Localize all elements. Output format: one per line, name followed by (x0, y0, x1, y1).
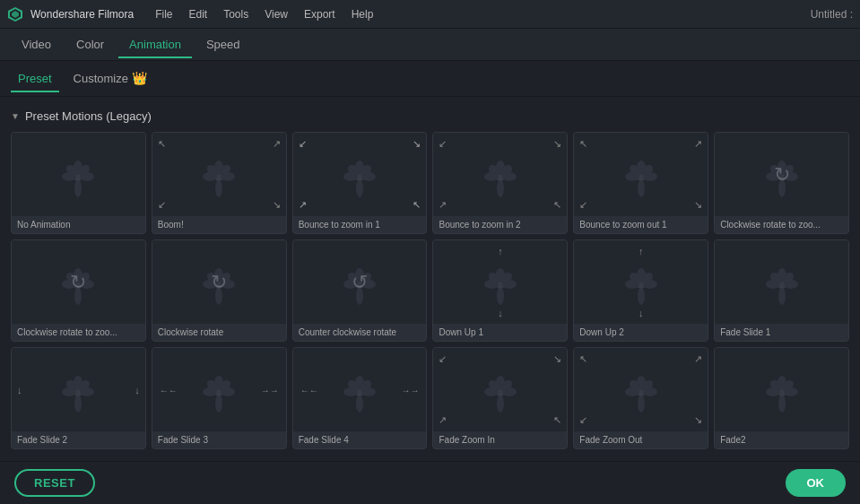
arrow-bl-icon: ↙ (579, 414, 587, 426)
svg-point-10 (215, 179, 222, 197)
arrow-bl-icon: ↗ (299, 199, 307, 211)
preset-label: Fade Slide 1 (715, 324, 848, 341)
arrow-tr-icon: ↗ (694, 353, 702, 365)
menu-bar: File Edit Tools View Export Help (148, 4, 380, 24)
flower-icon (337, 262, 382, 307)
content-area: ▼ Preset Motions (Legacy) N (0, 97, 860, 461)
arrow-br-icon: ↘ (694, 414, 702, 426)
arrow-top-icon: ↑ (638, 246, 644, 256)
preset-label: Fade Slide 4 (293, 431, 427, 448)
title-bar: Wondershare Filmora File Edit Tools View… (0, 0, 860, 29)
arrow-tl-icon: ↙ (439, 353, 447, 365)
menu-help[interactable]: Help (344, 4, 381, 24)
section-header[interactable]: ▼ Preset Motions (Legacy) (11, 104, 849, 132)
preset-bounce-zoom-out1[interactable]: ↖ ↗ ↙ ↘ Bounce to zoom out 1 (573, 132, 708, 234)
arrow-tr-icon: ↘ (553, 138, 561, 150)
bottom-bar: RESET OK (0, 461, 860, 504)
flower-icon (337, 154, 382, 199)
arrow-bl-icon: ↗ (439, 414, 447, 426)
preset-label: Fade Zoom In (433, 431, 567, 448)
preset-fade2[interactable]: Fade2 (714, 347, 849, 449)
preset-label: Bounce to zoom in 2 (433, 216, 567, 233)
sub-tab-customize[interactable]: Customize 👑 (66, 65, 154, 92)
flower-icon (56, 154, 100, 199)
arrow-br-icon: ↖ (553, 199, 561, 211)
preset-bounce-zoom-in1[interactable]: ↙ ↘ ↗ ↖ Bounce to zoom in 1 (292, 132, 428, 234)
tab-color[interactable]: Color (65, 32, 115, 58)
menu-tools[interactable]: Tools (216, 4, 256, 24)
tab-animation[interactable]: Animation (118, 32, 192, 58)
section-title: Preset Motions (Legacy) (25, 109, 152, 123)
flower-icon (337, 369, 382, 414)
arrow-tl-icon: ↙ (299, 138, 307, 150)
flower-icon (196, 154, 241, 199)
menu-file[interactable]: File (148, 4, 179, 24)
flower-icon (760, 369, 804, 414)
flower-icon (619, 262, 664, 307)
sub-tab-bar: Preset Customize 👑 (0, 61, 860, 97)
preset-boom[interactable]: ↖ ↗ ↙ ↘ Boom! (152, 132, 287, 234)
preset-grid: No Animation ↖ ↗ ↙ ↘ (11, 132, 849, 460)
svg-point-52 (215, 287, 222, 305)
preset-label: Clockwise rotate (152, 324, 286, 341)
preset-fade-zoom-out[interactable]: ↖ ↗ ↙ ↘ Fade Zoom Out (573, 347, 708, 449)
preset-bounce-zoom-in2[interactable]: ↙ ↘ ↗ ↖ Bounce to zoom in 2 (432, 132, 568, 234)
flower-icon (619, 369, 664, 414)
preset-down-up1[interactable]: ↑ ↓ Down Up 1 (432, 239, 568, 342)
app-name: Wondershare Filmora (30, 8, 134, 21)
preset-label: Boom! (152, 216, 286, 233)
preset-no-animation[interactable]: No Animation (11, 132, 146, 234)
tab-video[interactable]: Video (11, 32, 62, 58)
svg-point-59 (356, 287, 363, 305)
sub-tab-preset[interactable]: Preset (11, 66, 59, 92)
preset-label: Fade Slide 2 (12, 431, 145, 448)
menu-edit[interactable]: Edit (182, 4, 215, 24)
reset-button[interactable]: RESET (14, 469, 95, 497)
flower-icon (619, 154, 664, 199)
svg-point-45 (74, 287, 82, 305)
arrow-tl-icon: ↙ (439, 138, 447, 150)
app-logo (7, 6, 23, 22)
preset-fade-zoom-in[interactable]: ↙ ↘ ↗ ↖ Fade Zoom In (432, 347, 568, 449)
svg-point-17 (356, 179, 363, 197)
arrow-tl-icon: ↖ (579, 353, 587, 365)
flower-icon (196, 262, 241, 307)
arrow-tr-icon: ↘ (553, 353, 561, 365)
preset-down-up2[interactable]: ↑ ↓ Down Up 2 (573, 239, 708, 342)
svg-point-80 (778, 287, 786, 305)
preset-label: Fade Zoom Out (574, 431, 708, 448)
tab-speed[interactable]: Speed (195, 32, 251, 58)
svg-point-31 (638, 179, 645, 197)
preset-label: Clockwise rotate to zoo... (715, 216, 848, 233)
crown-icon: 👑 (132, 71, 147, 85)
preset-label: Fade Slide 3 (152, 431, 286, 448)
preset-label: Counter clockwise rotate (293, 324, 427, 341)
preset-fade-slide2[interactable]: ↓ ↓ Fade Slide 2 (11, 347, 146, 449)
menu-export[interactable]: Export (297, 4, 343, 24)
flower-icon (196, 369, 241, 414)
arrow-tr-icon: ↘ (413, 138, 421, 150)
menu-view[interactable]: View (257, 4, 295, 24)
arrow-tl-icon: ↖ (579, 138, 587, 150)
preset-fade-slide1[interactable]: Fade Slide 1 (714, 239, 849, 342)
arrow-br-icon: ↖ (553, 414, 561, 426)
preset-clockwise-rotate[interactable]: ↻ Clockwise rotate (152, 239, 287, 342)
ok-button[interactable]: OK (786, 469, 847, 497)
arrow-left-icon: ↓ (17, 385, 22, 395)
svg-point-3 (74, 179, 82, 197)
window-title: Untitled : (811, 8, 853, 21)
arrow-tr-icon: ↗ (694, 138, 702, 150)
preset-fade-slide3[interactable]: ←← →→ Fade Slide 3 (152, 347, 287, 449)
preset-counter-clockwise[interactable]: ↺ Counter clockwise rotate (292, 239, 428, 342)
arrow-br-icon: ↖ (413, 199, 421, 211)
flower-icon (56, 262, 100, 307)
preset-clockwise-rotate-zoo2[interactable]: ↻ Clockwise rotate to zoo... (11, 239, 146, 342)
arrow-bottom-icon: ↓ (498, 308, 503, 318)
preset-fade-slide4[interactable]: ←← →→ Fade Slide 4 (292, 347, 428, 449)
preset-clockwise-rotate-zoo1[interactable]: ↻ Clockwise rotate to zoo... (714, 132, 849, 234)
svg-point-115 (638, 395, 645, 413)
arrow-bl-icon: ↙ (158, 199, 166, 211)
arrow-bl-icon: ↙ (579, 199, 587, 211)
svg-point-38 (778, 179, 786, 197)
svg-point-24 (497, 179, 504, 197)
